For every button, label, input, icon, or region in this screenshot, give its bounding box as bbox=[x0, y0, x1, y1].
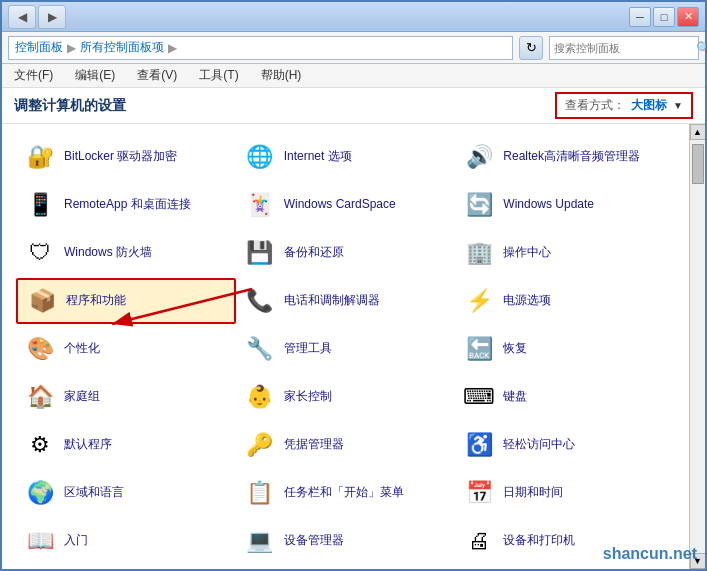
item-icon: 🔐 bbox=[24, 141, 56, 173]
address-path[interactable]: 控制面板 ▶ 所有控制面板项 ▶ bbox=[8, 36, 513, 60]
grid-item[interactable]: 🌍区域和语言 bbox=[16, 470, 236, 516]
grid-item[interactable]: 🏢操作中心 bbox=[455, 230, 675, 276]
grid-item[interactable]: 📞电话和调制解调器 bbox=[236, 278, 456, 324]
items-wrapper: 🔐BitLocker 驱动器加密🌐Internet 选项🔊Realtek高清晰音… bbox=[2, 124, 705, 569]
grid-item[interactable]: 📦程序和功能 bbox=[16, 278, 236, 324]
watermark: shancun.net bbox=[603, 545, 697, 563]
grid-item[interactable]: 💾备份和还原 bbox=[236, 230, 456, 276]
item-label: 轻松访问中心 bbox=[503, 437, 575, 453]
item-icon: 💻 bbox=[244, 525, 276, 557]
grid-item[interactable]: 📅日期和时间 bbox=[455, 470, 675, 516]
item-label: 凭据管理器 bbox=[284, 437, 344, 453]
grid-item[interactable]: 🔄Windows Update bbox=[455, 182, 675, 228]
item-label: 设备管理器 bbox=[284, 533, 344, 549]
grid-item[interactable]: 🏠家庭组 bbox=[16, 374, 236, 420]
item-label: 个性化 bbox=[64, 341, 100, 357]
grid-item[interactable]: 🔐BitLocker 驱动器加密 bbox=[16, 134, 236, 180]
item-icon: ⚡ bbox=[463, 285, 495, 317]
item-icon: 📋 bbox=[244, 477, 276, 509]
grid-item[interactable]: ♿轻松访问中心 bbox=[455, 422, 675, 468]
item-icon: 🔊 bbox=[463, 141, 495, 173]
content-header: 调整计算机的设置 查看方式： 大图标 ▼ bbox=[2, 88, 705, 124]
item-label: 电话和调制解调器 bbox=[284, 293, 380, 309]
item-icon: 🔙 bbox=[463, 333, 495, 365]
minimize-button[interactable]: ─ bbox=[629, 7, 651, 27]
grid-item[interactable]: ⚙默认程序 bbox=[16, 422, 236, 468]
grid-item[interactable]: 🔧管理工具 bbox=[236, 326, 456, 372]
path-part1: 控制面板 bbox=[15, 39, 63, 56]
path-part2: 所有控制面板项 bbox=[80, 39, 164, 56]
grid-item[interactable]: ⚡电源选项 bbox=[455, 278, 675, 324]
grid-item[interactable]: 🎨个性化 bbox=[16, 326, 236, 372]
item-icon: 🏠 bbox=[24, 381, 56, 413]
scroll-track bbox=[691, 140, 705, 553]
item-label: Windows 防火墙 bbox=[64, 245, 152, 261]
menu-edit[interactable]: 编辑(E) bbox=[71, 65, 119, 86]
item-icon: 📱 bbox=[24, 189, 56, 221]
item-icon: 📖 bbox=[24, 525, 56, 557]
maximize-button[interactable]: □ bbox=[653, 7, 675, 27]
item-label: 任务栏和「开始」菜单 bbox=[284, 485, 404, 501]
path-sep1: ▶ bbox=[67, 41, 76, 55]
item-icon: 🔄 bbox=[463, 189, 495, 221]
scrollbar: ▲ ▼ bbox=[689, 124, 705, 569]
title-nav-btns: ◀ ▶ bbox=[8, 5, 66, 29]
view-mode-selector[interactable]: 查看方式： 大图标 ▼ bbox=[555, 92, 693, 119]
item-icon: 🎨 bbox=[24, 333, 56, 365]
refresh-button[interactable]: ↻ bbox=[519, 36, 543, 60]
item-icon: ♿ bbox=[463, 429, 495, 461]
item-icon: 🔑 bbox=[244, 429, 276, 461]
search-input[interactable] bbox=[550, 42, 696, 54]
grid-item[interactable]: 🃏Windows CardSpace bbox=[236, 182, 456, 228]
window-controls: ─ □ ✕ bbox=[629, 7, 699, 27]
title-bar-left: ◀ ▶ bbox=[8, 5, 66, 29]
back-button[interactable]: ◀ bbox=[8, 5, 36, 29]
view-mode-label: 查看方式： bbox=[565, 97, 625, 114]
item-icon: 📦 bbox=[26, 285, 58, 317]
item-icon: 🏢 bbox=[463, 237, 495, 269]
item-label: 设备和打印机 bbox=[503, 533, 575, 549]
item-icon: 👶 bbox=[244, 381, 276, 413]
item-label: 默认程序 bbox=[64, 437, 112, 453]
grid-item[interactable]: ⌨键盘 bbox=[455, 374, 675, 420]
menu-file[interactable]: 文件(F) bbox=[10, 65, 57, 86]
search-icon[interactable]: 🔍 bbox=[696, 37, 707, 59]
grid-item[interactable]: 👶家长控制 bbox=[236, 374, 456, 420]
item-label: 电源选项 bbox=[503, 293, 551, 309]
view-mode-value: 大图标 bbox=[631, 97, 667, 114]
grid-item[interactable]: 🌐Internet 选项 bbox=[236, 134, 456, 180]
item-label: RemoteApp 和桌面连接 bbox=[64, 197, 191, 213]
item-label: BitLocker 驱动器加密 bbox=[64, 149, 177, 165]
item-label: 家庭组 bbox=[64, 389, 100, 405]
item-label: 日期和时间 bbox=[503, 485, 563, 501]
menu-tools[interactable]: 工具(T) bbox=[195, 65, 242, 86]
title-bar: ◀ ▶ ─ □ ✕ bbox=[2, 2, 705, 32]
grid-item[interactable]: 📋任务栏和「开始」菜单 bbox=[236, 470, 456, 516]
item-label: 操作中心 bbox=[503, 245, 551, 261]
item-label: 入门 bbox=[64, 533, 88, 549]
search-box[interactable]: 🔍 bbox=[549, 36, 699, 60]
item-icon: 🌐 bbox=[244, 141, 276, 173]
item-label: 备份和还原 bbox=[284, 245, 344, 261]
grid-item[interactable]: 📱RemoteApp 和桌面连接 bbox=[16, 182, 236, 228]
grid-item[interactable]: 🔑凭据管理器 bbox=[236, 422, 456, 468]
item-label: Realtek高清晰音频管理器 bbox=[503, 149, 640, 165]
grid-item[interactable]: 🔊Realtek高清晰音频管理器 bbox=[455, 134, 675, 180]
page-title: 调整计算机的设置 bbox=[14, 97, 126, 115]
menu-view[interactable]: 查看(V) bbox=[133, 65, 181, 86]
item-icon: 💾 bbox=[244, 237, 276, 269]
item-label: Windows CardSpace bbox=[284, 197, 396, 213]
close-button[interactable]: ✕ bbox=[677, 7, 699, 27]
grid-item[interactable]: 🔙恢复 bbox=[455, 326, 675, 372]
item-label: Internet 选项 bbox=[284, 149, 352, 165]
menu-help[interactable]: 帮助(H) bbox=[257, 65, 306, 86]
item-label: 区域和语言 bbox=[64, 485, 124, 501]
item-icon: 📞 bbox=[244, 285, 276, 317]
view-dropdown-icon: ▼ bbox=[673, 100, 683, 111]
grid-item[interactable]: 💻设备管理器 bbox=[236, 518, 456, 564]
grid-item[interactable]: 🛡Windows 防火墙 bbox=[16, 230, 236, 276]
scroll-up-arrow[interactable]: ▲ bbox=[690, 124, 706, 140]
scroll-thumb[interactable] bbox=[692, 144, 704, 184]
grid-item[interactable]: 📖入门 bbox=[16, 518, 236, 564]
forward-button[interactable]: ▶ bbox=[38, 5, 66, 29]
